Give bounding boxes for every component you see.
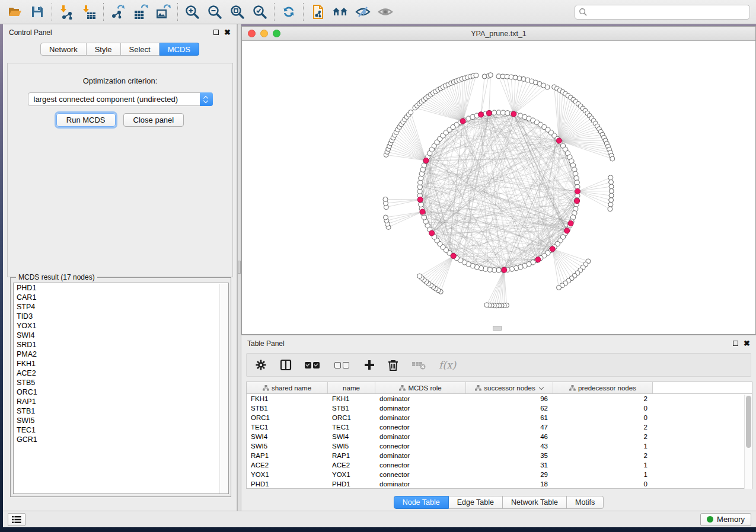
leaf-node[interactable] xyxy=(488,73,493,78)
leaf-node[interactable] xyxy=(609,189,614,194)
save-icon[interactable] xyxy=(28,3,46,21)
tab-edge-table[interactable]: Edge Table xyxy=(449,496,503,509)
dominator-node[interactable] xyxy=(556,138,562,143)
table-row[interactable]: SWI4SWI4dominator462 xyxy=(247,432,752,441)
leaf-node[interactable] xyxy=(610,156,615,161)
mcds-result-item[interactable]: YOX1 xyxy=(14,321,228,331)
zoom-fit-icon[interactable] xyxy=(228,3,246,21)
column-header-shared-name[interactable]: shared name xyxy=(247,382,328,393)
mcds-result-item[interactable]: ORC1 xyxy=(14,387,228,397)
dominator-node[interactable] xyxy=(478,112,483,117)
hide-graphics-details-icon[interactable] xyxy=(354,3,372,21)
column-header-MCDS-role[interactable]: MCDS role xyxy=(375,382,466,393)
delete-column-icon[interactable] xyxy=(388,359,398,371)
table-row[interactable]: TEC1TEC1connector472 xyxy=(247,422,752,432)
mcds-result-item[interactable]: FKH1 xyxy=(14,359,228,368)
export-image-icon[interactable] xyxy=(154,3,172,21)
dominator-node[interactable] xyxy=(564,228,570,233)
leaf-node[interactable] xyxy=(608,202,613,207)
import-table-icon[interactable] xyxy=(80,3,98,21)
dominator-node[interactable] xyxy=(486,110,492,116)
dominator-node[interactable] xyxy=(574,198,579,204)
zoom-selected-icon[interactable] xyxy=(251,3,269,21)
column-header-name[interactable]: name xyxy=(328,382,375,393)
leaf-node[interactable] xyxy=(608,175,613,180)
leaf-node[interactable] xyxy=(417,274,422,278)
mcds-result-item[interactable]: TID3 xyxy=(14,312,228,321)
table-row[interactable]: FKH1FKH1dominator962 xyxy=(247,394,752,403)
mcds-result-item[interactable]: SWI4 xyxy=(14,331,228,340)
settings-icon[interactable] xyxy=(255,359,267,371)
dominator-node[interactable] xyxy=(429,230,435,236)
memory-button[interactable]: Memory xyxy=(700,513,751,526)
leaf-node[interactable] xyxy=(545,85,550,89)
network-graph-canvas[interactable] xyxy=(242,41,755,334)
import-network-icon[interactable] xyxy=(58,3,75,21)
dominator-node[interactable] xyxy=(535,257,541,262)
leaf-node[interactable] xyxy=(384,215,388,220)
run-mcds-button[interactable]: Run MCDS xyxy=(56,113,116,127)
dominator-node[interactable] xyxy=(423,158,429,163)
horizontal-splitter-handle[interactable] xyxy=(493,326,502,331)
open-folder-icon[interactable] xyxy=(6,3,24,21)
mcds-result-list[interactable]: PHD1CAR1STP4TID3YOX1SWI4SRD1PMA2FKH1ACE2… xyxy=(13,283,229,494)
network-from-document-icon[interactable] xyxy=(309,3,327,21)
leaf-node[interactable] xyxy=(609,198,614,203)
vertical-splitter[interactable] xyxy=(237,24,241,511)
add-column-icon[interactable] xyxy=(364,360,375,370)
table-row[interactable]: SWI5SWI5connector431 xyxy=(247,441,752,451)
float-panel-icon[interactable] xyxy=(213,30,219,35)
tab-motifs[interactable]: Motifs xyxy=(567,496,604,509)
mcds-result-item[interactable]: STB1 xyxy=(14,406,228,416)
vertical-splitter-handle[interactable] xyxy=(238,261,241,274)
export-network-icon[interactable] xyxy=(109,3,127,21)
mcds-result-item[interactable]: SRD1 xyxy=(14,340,228,350)
dominator-node[interactable] xyxy=(502,267,507,273)
optimization-criterion-select[interactable]: largest connected component (undirected) xyxy=(28,92,213,106)
tab-node-table[interactable]: Node Table xyxy=(394,496,449,509)
dominator-node[interactable] xyxy=(420,209,425,214)
leaf-node[interactable] xyxy=(484,303,489,307)
column-header-predecessor-nodes[interactable]: predecessor nodes xyxy=(553,382,653,393)
ring-node[interactable] xyxy=(492,110,496,115)
mcds-result-item[interactable]: PHD1 xyxy=(14,283,228,293)
mcds-result-item[interactable]: STB5 xyxy=(14,378,228,387)
mcds-list-scrollbar[interactable] xyxy=(219,284,228,494)
close-panel-icon[interactable]: ✖ xyxy=(744,341,750,346)
leaf-node[interactable] xyxy=(609,180,614,184)
zoom-in-icon[interactable] xyxy=(183,3,201,21)
column-chooser-icon[interactable] xyxy=(280,359,292,371)
tab-mcds[interactable]: MCDS xyxy=(160,43,199,56)
dominator-node[interactable] xyxy=(511,111,516,117)
mcds-result-item[interactable]: GCR1 xyxy=(14,435,228,444)
first-neighbors-icon[interactable] xyxy=(331,3,349,21)
dominator-node[interactable] xyxy=(575,188,580,194)
close-panel-button[interactable]: Close panel xyxy=(123,113,184,127)
leaf-node[interactable] xyxy=(608,207,613,211)
network-window-titlebar[interactable]: YPA_prune.txt_1 xyxy=(242,27,755,41)
close-panel-icon[interactable]: ✖ xyxy=(224,30,231,35)
mcds-result-item[interactable]: PMA2 xyxy=(14,350,228,359)
float-panel-icon[interactable] xyxy=(733,341,738,346)
mcds-result-item[interactable]: CAR1 xyxy=(14,293,228,302)
tab-network[interactable]: Network xyxy=(40,43,87,56)
mcds-result-item[interactable]: ACE2 xyxy=(14,368,228,378)
mcds-result-item[interactable]: RAP1 xyxy=(14,397,228,406)
tab-style[interactable]: Style xyxy=(87,43,121,56)
dominator-node[interactable] xyxy=(568,220,573,226)
tab-select[interactable]: Select xyxy=(121,43,160,56)
task-history-button[interactable] xyxy=(8,513,25,526)
table-row[interactable]: ORC1ORC1dominator610 xyxy=(247,413,752,422)
leaf-node[interactable] xyxy=(556,285,561,290)
deselect-all-columns-icon[interactable] xyxy=(334,362,351,368)
table-row[interactable]: ACE2ACE2connector311 xyxy=(247,460,752,470)
dominator-node[interactable] xyxy=(417,197,423,202)
leaf-node[interactable] xyxy=(609,193,614,198)
search-input[interactable] xyxy=(588,8,746,16)
table-scrollbar-thumb[interactable] xyxy=(746,396,751,448)
table-row[interactable]: YOX1YOX1connector291 xyxy=(247,470,752,479)
select-all-columns-icon[interactable] xyxy=(305,362,321,368)
dominator-node[interactable] xyxy=(550,246,555,252)
table-row[interactable]: RAP1RAP1dominator352 xyxy=(247,451,752,460)
table-row[interactable]: STB1STB1dominator620 xyxy=(247,403,752,413)
